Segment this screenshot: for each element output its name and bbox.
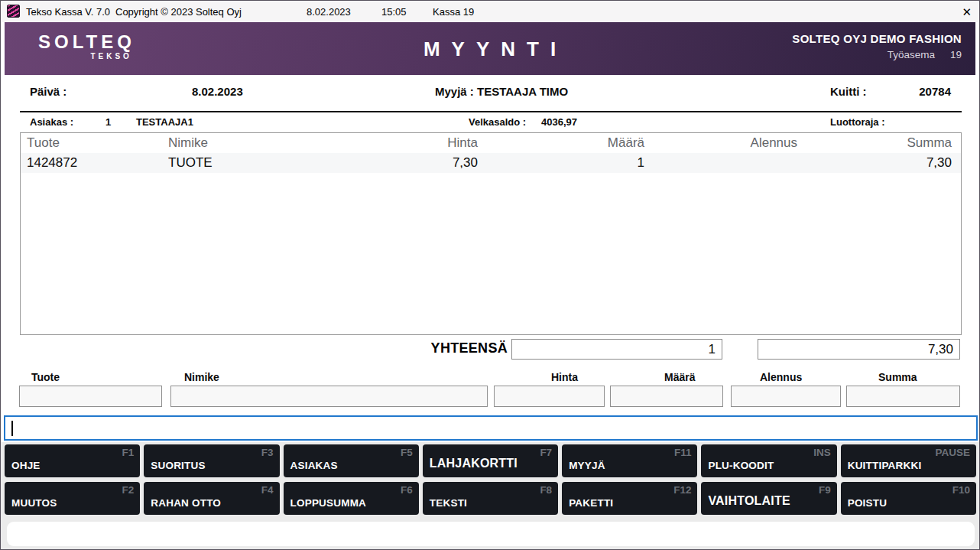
rahan-otto-button[interactable]: RAHAN OTTOF4	[144, 482, 279, 515]
solteq-logo: SOLTEQ TEKSO	[38, 32, 135, 60]
plu-koodit-button[interactable]: PLU-KOODITINS	[701, 444, 836, 477]
col-header-summa: Summa	[797, 135, 952, 151]
customer-name: TESTAAJA1	[136, 116, 193, 128]
cell-hinta: 7,30	[336, 155, 478, 171]
app-icon	[7, 5, 20, 18]
keypad-grid: OHJEF1 SUORITUSF3 ASIAKASF5 LAHJAKORTTIF…	[5, 444, 976, 515]
vaihtolaite-button[interactable]: VAIHTOLAITEF9	[701, 482, 836, 515]
entry-label-summa: Summa	[878, 371, 917, 383]
pos-window: Tekso Kassa V. 7.0 Copyright © 2023 Solt…	[0, 0, 980, 550]
titlebar-time: 15:05	[381, 6, 407, 18]
summa-input[interactable]	[846, 386, 960, 407]
debt-value: 4036,97	[541, 116, 577, 128]
window-titlebar: Tekso Kassa V. 7.0 Copyright © 2023 Solt…	[1, 1, 979, 22]
fkey-badge: F4	[261, 484, 274, 496]
command-input-wrap	[4, 415, 978, 441]
message-bar	[7, 522, 975, 546]
fkey-badge: F11	[674, 447, 692, 458]
fkey-badge: F2	[122, 484, 135, 496]
titlebar-date: 8.02.2023	[307, 6, 351, 18]
logo-secondary-text: TEKSO	[38, 52, 135, 60]
cell-tuote: 1424872	[27, 155, 168, 171]
receipt-label: Kuitti :	[830, 85, 866, 98]
fkey-badge: F9	[819, 484, 831, 496]
debt-label: Velkasaldo :	[469, 116, 526, 128]
cell-maara: 1	[478, 155, 644, 171]
loppusumma-button[interactable]: LOPPUSUMMAF6	[284, 482, 419, 515]
totals-label: YHTEENSÄ	[414, 340, 508, 356]
fkey-badge: INS	[813, 447, 831, 458]
receipt-table: Tuote Nimike Hinta Määrä Alennus Summa 1…	[20, 132, 962, 335]
store-info: SOLTEQ OYJ DEMO FASHION Työasema19	[792, 32, 962, 60]
col-header-alennus: Alennus	[644, 135, 797, 151]
poistu-button[interactable]: POISTUF10	[841, 482, 976, 515]
col-header-nimike: Nimike	[168, 135, 336, 151]
date-label: Päivä :	[30, 85, 67, 98]
hinta-input[interactable]	[494, 386, 605, 407]
entry-label-hinta: Hinta	[551, 371, 578, 383]
fkey-badge: PAUSE	[935, 447, 970, 458]
entry-label-maara: Määrä	[664, 371, 695, 383]
total-sum-box: 7,30	[758, 339, 960, 360]
workstation-label: Työasema	[888, 49, 935, 60]
close-icon[interactable]: ✕	[962, 6, 972, 18]
customer-number: 1	[105, 116, 111, 128]
receipt-number: 20784	[919, 85, 951, 98]
cashier-value: TESTAAJA TIMO	[477, 85, 568, 98]
cashier-label: Myyjä :	[435, 85, 474, 98]
col-header-hinta: Hinta	[336, 135, 478, 151]
credit-limit-label: Luottoraja :	[830, 116, 885, 128]
text-caret	[11, 421, 13, 436]
entry-label-nimike: Nimike	[184, 371, 219, 383]
cell-nimike: TUOTE	[168, 155, 336, 171]
customer-label: Asiakas :	[30, 116, 73, 128]
app-title: Tekso Kassa V. 7.0	[26, 6, 110, 18]
fkey-badge: F8	[540, 484, 552, 496]
keypad-area: OHJEF1 SUORITUSF3 ASIAKASF5 LAHJAKORTTIF…	[1, 442, 979, 550]
teksti-button[interactable]: TEKSTIF8	[423, 482, 558, 515]
col-header-maara: Määrä	[478, 135, 644, 151]
fkey-badge: F6	[401, 484, 413, 496]
ohje-button[interactable]: OHJEF1	[5, 444, 140, 477]
fkey-badge: F5	[401, 447, 413, 458]
date-value: 8.02.2023	[192, 85, 243, 98]
receipt-table-header: Tuote Nimike Hinta Määrä Alennus Summa	[21, 133, 961, 153]
register-number: Kassa 19	[433, 6, 474, 18]
screen-title: MYYNTI	[423, 37, 567, 60]
store-name: SOLTEQ OYJ DEMO FASHION	[792, 32, 962, 45]
fkey-badge: F7	[540, 447, 552, 458]
receipt-row[interactable]: 1424872 TUOTE 7,30 1 7,30	[21, 153, 961, 173]
kuittiparkki-button[interactable]: KUITTIPARKKIPAUSE	[841, 444, 976, 477]
paketti-button[interactable]: PAKETTIF12	[562, 482, 697, 515]
total-quantity-box: 1	[511, 339, 722, 360]
cell-summa: 7,30	[797, 155, 952, 171]
fkey-badge: F10	[952, 484, 970, 496]
logo-primary-text: SOLTEQ	[38, 32, 135, 52]
info-divider	[20, 111, 962, 112]
copyright-text: Copyright © 2023 Solteq Oyj	[115, 6, 242, 18]
cashier-line: Myyjä : TESTAAJA TIMO	[435, 85, 568, 98]
entry-label-tuote: Tuote	[31, 371, 60, 383]
fkey-badge: F12	[673, 484, 691, 496]
workstation-line: Työasema19	[792, 49, 962, 60]
app-header: SOLTEQ TEKSO MYYNTI SOLTEQ OYJ DEMO FASH…	[5, 22, 975, 75]
col-header-tuote: Tuote	[27, 135, 168, 151]
asiakas-button[interactable]: ASIAKASF5	[284, 444, 419, 477]
nimike-input[interactable]	[170, 386, 488, 407]
fkey-badge: F3	[261, 447, 274, 458]
tuote-input[interactable]	[19, 386, 162, 407]
suoritus-button[interactable]: SUORITUSF3	[144, 444, 279, 477]
muutos-button[interactable]: MUUTOSF2	[5, 482, 140, 515]
workstation-number: 19	[950, 49, 962, 60]
entry-label-alennus: Alennus	[760, 371, 802, 383]
command-input[interactable]	[5, 417, 976, 439]
fkey-badge: F1	[122, 447, 135, 458]
alennus-input[interactable]	[731, 386, 841, 407]
myyja-button[interactable]: MYYJÄF11	[562, 444, 697, 477]
lahjakortti-button[interactable]: LAHJAKORTTIF7	[423, 444, 558, 477]
maara-input[interactable]	[610, 386, 723, 407]
